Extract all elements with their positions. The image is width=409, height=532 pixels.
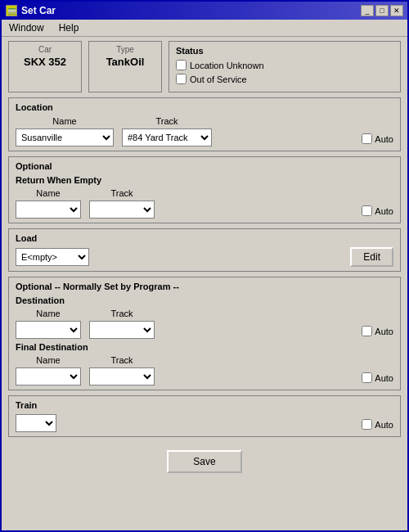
dest-track-label: Track — [89, 309, 155, 318]
rwe-track-col: Track — [89, 188, 155, 219]
location-name-select[interactable]: Susanville — [16, 128, 114, 147]
save-button[interactable]: Save — [167, 450, 241, 473]
train-select[interactable] — [16, 414, 56, 432]
window-title: Set Car — [21, 5, 56, 16]
window-icon: 🚃 — [6, 5, 17, 16]
type-field-box: Type TankOil — [88, 41, 162, 92]
train-auto-group: Auto — [362, 419, 393, 432]
rwe-auto-checkbox[interactable] — [362, 205, 372, 216]
final-destination-name-select[interactable] — [16, 367, 81, 385]
location-unknown-checkbox[interactable] — [176, 60, 187, 70]
location-unknown-label: Location Unknown — [190, 61, 264, 70]
title-bar: 🚃 Set Car _ □ ✕ — [2, 2, 407, 20]
final-dest-track-col: Track — [89, 355, 155, 385]
location-track-select[interactable]: #84 Yard Track — [122, 128, 212, 147]
optional-section-title: Optional — [16, 161, 393, 171]
load-section: Load E<mpty> Edit — [8, 228, 401, 272]
location-section: Location Name Susanville Track #84 Yard … — [8, 97, 401, 151]
rwe-name-label: Name — [16, 188, 81, 198]
final-dest-name-label: Name — [16, 355, 81, 365]
edit-button[interactable]: Edit — [350, 247, 393, 267]
location-track-label: Track — [122, 116, 212, 126]
load-select[interactable]: E<mpty> — [16, 248, 89, 266]
final-destination-title: Final Destination — [16, 342, 393, 352]
menu-help[interactable]: Help — [56, 21, 83, 34]
location-track-dropdown-group: #84 Yard Track — [122, 128, 212, 147]
load-row: E<mpty> Edit — [16, 247, 393, 267]
minimize-button[interactable]: _ — [361, 5, 374, 16]
title-bar-left: 🚃 Set Car — [6, 5, 56, 16]
status-box: Status Location Unknown Out of Service — [169, 41, 401, 92]
out-of-service-checkbox[interactable] — [176, 74, 187, 84]
location-auto-checkbox[interactable] — [362, 133, 372, 144]
location-unknown-row: Location Unknown — [176, 60, 393, 70]
load-section-title: Load — [16, 233, 393, 243]
train-section-title: Train — [16, 400, 393, 410]
final-destination-auto-checkbox[interactable] — [362, 372, 372, 383]
dest-auto-group: Auto — [362, 326, 393, 339]
rwe-row: Name Track Auto — [16, 188, 393, 219]
out-of-service-label: Out of Service — [190, 74, 247, 84]
car-field-box: Car SKX 352 — [8, 41, 82, 92]
final-dest-name-col: Name — [16, 355, 81, 385]
rwe-track-select[interactable] — [89, 201, 155, 219]
dest-name-label: Name — [16, 309, 81, 318]
top-info-row: Car SKX 352 Type TankOil Status Location… — [8, 41, 401, 92]
type-value: TankOil — [94, 56, 156, 68]
optional-program-title: Optional -- Normally Set by Program -- — [16, 282, 393, 291]
train-auto-checkbox[interactable] — [362, 419, 372, 430]
close-button[interactable]: ✕ — [390, 5, 403, 16]
window-controls: _ □ ✕ — [361, 5, 403, 16]
dest-track-col: Track — [89, 309, 155, 339]
rwe-track-label: Track — [89, 188, 155, 198]
rwe-auto-group: Auto — [362, 205, 393, 219]
car-value: SKX 352 — [14, 56, 76, 68]
destination-title: Destination — [16, 295, 393, 305]
train-section: Train Auto — [8, 395, 401, 437]
rwe-auto-label: Auto — [375, 206, 393, 216]
dest-name-col: Name — [16, 309, 81, 339]
location-track-col: Track #84 Yard Track — [122, 116, 212, 147]
destination-auto-checkbox[interactable] — [362, 326, 372, 336]
location-section-title: Location — [16, 102, 393, 112]
final-dest-auto-group: Auto — [362, 372, 393, 385]
final-dest-auto-label: Auto — [375, 373, 393, 383]
destination-track-select[interactable] — [89, 321, 155, 339]
destination-row: Name Track Auto — [16, 309, 393, 339]
car-label: Car — [14, 45, 76, 54]
location-name-col: Name Susanville — [16, 116, 114, 147]
train-auto-label: Auto — [375, 420, 393, 430]
maximize-button[interactable]: □ — [375, 5, 389, 16]
optional-section: Optional Return When Empty Name Track — [8, 156, 401, 223]
status-label: Status — [176, 46, 393, 56]
dest-auto-label: Auto — [375, 327, 393, 336]
location-row: Name Susanville Track #84 Yard Track — [16, 116, 393, 147]
location-name-dropdown-group: Susanville — [16, 128, 114, 147]
type-label: Type — [94, 45, 156, 54]
return-when-empty-title: Return When Empty — [16, 175, 393, 185]
menu-window[interactable]: Window — [6, 21, 47, 34]
content-area: Car SKX 352 Type TankOil Status Location… — [2, 37, 407, 530]
final-destination-track-select[interactable] — [89, 367, 155, 385]
out-of-service-row: Out of Service — [176, 74, 393, 84]
save-row: Save — [8, 442, 401, 477]
location-name-label: Name — [16, 116, 114, 126]
main-window: 🚃 Set Car _ □ ✕ Window Help Car SKX 352 … — [0, 0, 409, 532]
location-auto-group: Auto — [362, 133, 393, 147]
final-dest-track-label: Track — [89, 355, 155, 365]
optional-program-section: Optional -- Normally Set by Program -- D… — [8, 277, 401, 390]
train-row: Auto — [16, 414, 393, 432]
rwe-name-col: Name — [16, 188, 81, 219]
final-dest-row: Name Track Auto — [16, 355, 393, 385]
rwe-name-select[interactable] — [16, 201, 81, 219]
location-auto-label: Auto — [375, 134, 393, 144]
destination-name-select[interactable] — [16, 321, 81, 339]
menu-bar: Window Help — [2, 20, 407, 37]
